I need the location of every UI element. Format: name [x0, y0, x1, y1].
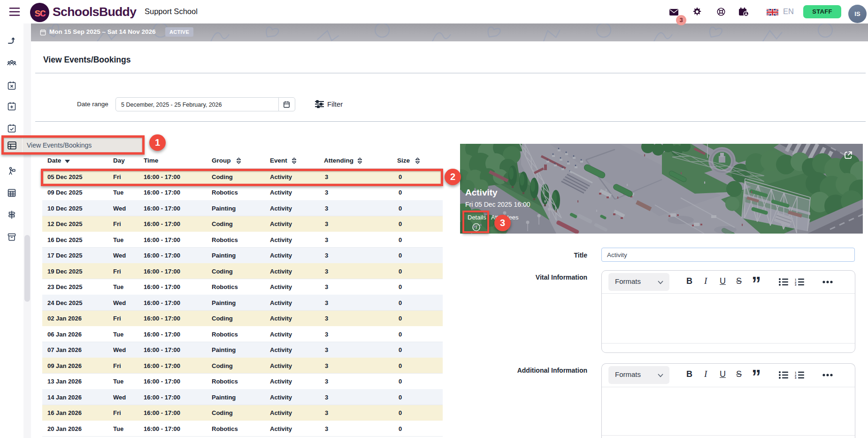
svg-text:3: 3: [795, 283, 797, 286]
svg-text:sc: sc: [34, 6, 46, 19]
svg-text:3: 3: [795, 376, 797, 379]
